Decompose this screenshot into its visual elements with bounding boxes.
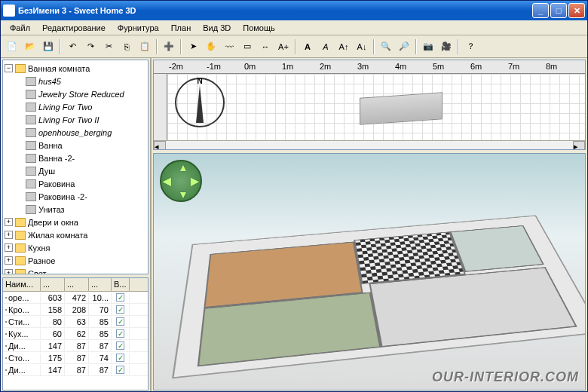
furniture-table[interactable]: Наим... ... ... ... В... оре...60347210.… bbox=[2, 277, 149, 390]
cell-visible[interactable]: ✓ bbox=[112, 292, 130, 302]
tree-item[interactable]: Living For Two II bbox=[5, 113, 146, 126]
cell-visible[interactable]: ✓ bbox=[112, 353, 130, 363]
tree-item[interactable]: openhouse_berging bbox=[5, 126, 146, 139]
nav-up-icon[interactable]: ▲ bbox=[178, 161, 188, 173]
furniture-tree[interactable]: − Ванная комната hus45Jewelry Store Redu… bbox=[2, 60, 149, 274]
add-furniture-icon[interactable]: ➕ bbox=[161, 38, 177, 55]
open-icon[interactable]: 📂 bbox=[22, 38, 38, 55]
menu-file[interactable]: Файл bbox=[4, 22, 36, 34]
minimize-button[interactable]: _ bbox=[532, 3, 549, 18]
cell-visible[interactable]: ✓ bbox=[112, 305, 130, 314]
checkbox-icon[interactable]: ✓ bbox=[116, 366, 124, 374]
menu-edit[interactable]: Редактирование bbox=[36, 22, 112, 34]
select-icon[interactable]: ➤ bbox=[185, 38, 201, 55]
expand-icon[interactable]: + bbox=[5, 218, 13, 226]
tree-folder[interactable]: +Жилая комната bbox=[5, 228, 146, 241]
col-2[interactable]: ... bbox=[65, 278, 89, 291]
table-row[interactable]: Кро...15820870✓ bbox=[3, 304, 148, 316]
col-1[interactable]: ... bbox=[41, 278, 65, 291]
plan-2d[interactable]: -2m-1m0m1m2m3m4m5m6m7m8m ◂ ▸ bbox=[153, 60, 586, 150]
copy-icon[interactable]: ⎘ bbox=[118, 38, 135, 55]
wall-icon[interactable]: 〰 bbox=[221, 38, 237, 55]
checkbox-icon[interactable]: ✓ bbox=[116, 354, 124, 362]
view-3d[interactable]: ▲ ▼ ◀ ▶ OUR-INTERIOR.COM bbox=[153, 153, 586, 390]
cell-visible[interactable]: ✓ bbox=[112, 341, 130, 351]
text-icon[interactable]: A+ bbox=[275, 38, 292, 55]
decrease-icon[interactable]: A↓ bbox=[354, 38, 370, 55]
tree-item[interactable]: Living For Two bbox=[5, 100, 146, 113]
help-icon[interactable]: ？ bbox=[462, 38, 479, 55]
tree-item[interactable]: Унитаз bbox=[5, 203, 146, 216]
close-button[interactable]: ✕ bbox=[568, 3, 585, 18]
tree-item[interactable]: hus45 bbox=[5, 75, 146, 87]
expand-icon[interactable]: + bbox=[5, 269, 13, 274]
new-icon[interactable]: 📄 bbox=[4, 38, 20, 55]
checkbox-icon[interactable]: ✓ bbox=[116, 329, 124, 338]
table-row[interactable]: Сти...806385✓ bbox=[3, 316, 148, 328]
tree-folder[interactable]: +Свет bbox=[5, 267, 146, 274]
nav-down-icon[interactable]: ▼ bbox=[178, 188, 188, 201]
tree-item[interactable]: Раковина -2- bbox=[5, 190, 146, 203]
expand-icon[interactable]: + bbox=[5, 231, 13, 239]
room-3d-render[interactable] bbox=[172, 216, 586, 379]
menu-view3d[interactable]: Вид 3D bbox=[197, 22, 237, 34]
menu-furniture[interactable]: Фурнитура bbox=[112, 22, 165, 34]
scroll-right-button[interactable]: ▸ bbox=[573, 141, 585, 150]
tree-item[interactable]: Jewelry Store Reduced bbox=[5, 87, 146, 100]
table-row[interactable]: Кух...606285✓ bbox=[3, 328, 148, 340]
cell-visible[interactable]: ✓ bbox=[112, 365, 130, 375]
redo-icon[interactable]: ↷ bbox=[82, 38, 99, 55]
tree-item[interactable]: Душ bbox=[5, 164, 146, 177]
table-row[interactable]: Ди...1478787✓ bbox=[3, 364, 148, 376]
table-row[interactable]: оре...60347210...✓ bbox=[3, 292, 148, 304]
tree-folder[interactable]: +Двери и окна bbox=[5, 216, 146, 228]
room-icon[interactable]: ▭ bbox=[239, 38, 256, 55]
expand-icon[interactable]: + bbox=[5, 256, 13, 265]
checkbox-icon[interactable]: ✓ bbox=[116, 293, 124, 302]
undo-icon[interactable]: ↶ bbox=[64, 38, 81, 55]
table-row[interactable]: Ди...1478787✓ bbox=[3, 340, 148, 352]
cell-visible[interactable]: ✓ bbox=[112, 329, 130, 338]
menu-plan[interactable]: План bbox=[165, 22, 198, 34]
zoom-in-icon[interactable]: 🔍 bbox=[378, 38, 394, 55]
tree-folder[interactable]: +Разное bbox=[5, 254, 146, 267]
tree-folder[interactable]: +Кухня bbox=[5, 241, 146, 254]
video-icon[interactable]: 🎥 bbox=[438, 38, 455, 55]
cut-icon[interactable]: ✂ bbox=[100, 38, 117, 55]
expand-icon[interactable]: + bbox=[5, 243, 13, 252]
tree-item[interactable]: Ванна bbox=[5, 139, 146, 152]
scroll-track[interactable] bbox=[166, 141, 573, 150]
cell-visible[interactable]: ✓ bbox=[112, 317, 130, 326]
scrollbar-horizontal[interactable]: ◂ ▸ bbox=[154, 140, 585, 150]
italic-icon[interactable]: A bbox=[317, 38, 334, 55]
col-name[interactable]: Наим... bbox=[3, 278, 41, 291]
table-row[interactable]: Сто...1758774✓ bbox=[3, 352, 148, 364]
photo-icon[interactable]: 📷 bbox=[420, 38, 436, 55]
col-visible[interactable]: В... bbox=[112, 278, 130, 291]
plan-canvas[interactable] bbox=[167, 74, 585, 140]
bold-icon[interactable]: A bbox=[299, 38, 316, 55]
plan-model[interactable] bbox=[360, 92, 443, 125]
zoom-out-icon[interactable]: 🔎 bbox=[396, 38, 412, 55]
nav-left-icon[interactable]: ◀ bbox=[163, 175, 171, 187]
pan-icon[interactable]: ✋ bbox=[203, 38, 219, 55]
increase-icon[interactable]: A↑ bbox=[335, 38, 352, 55]
paste-icon[interactable]: 📋 bbox=[136, 38, 153, 55]
tree-root[interactable]: − Ванная комната bbox=[5, 62, 146, 75]
checkbox-icon[interactable]: ✓ bbox=[116, 317, 124, 326]
checkbox-icon[interactable]: ✓ bbox=[116, 341, 124, 350]
maximize-button[interactable]: □ bbox=[550, 3, 567, 18]
nav-3d-control[interactable]: ▲ ▼ ◀ ▶ bbox=[160, 160, 202, 202]
collapse-icon[interactable]: − bbox=[5, 64, 13, 72]
nav-right-icon[interactable]: ▶ bbox=[191, 175, 199, 187]
tree-item[interactable]: Раковина bbox=[5, 177, 146, 190]
save-icon[interactable]: 💾 bbox=[40, 38, 57, 55]
col-3[interactable]: ... bbox=[89, 278, 112, 291]
checkbox-icon[interactable]: ✓ bbox=[116, 305, 124, 314]
compass-icon[interactable] bbox=[175, 78, 225, 127]
scroll-left-button[interactable]: ◂ bbox=[154, 141, 166, 150]
ruler-tick: 2m bbox=[320, 62, 331, 71]
menu-help[interactable]: Помощь bbox=[237, 22, 281, 34]
dimension-icon[interactable]: ↔ bbox=[257, 38, 274, 55]
tree-item[interactable]: Ванна -2- bbox=[5, 152, 146, 164]
